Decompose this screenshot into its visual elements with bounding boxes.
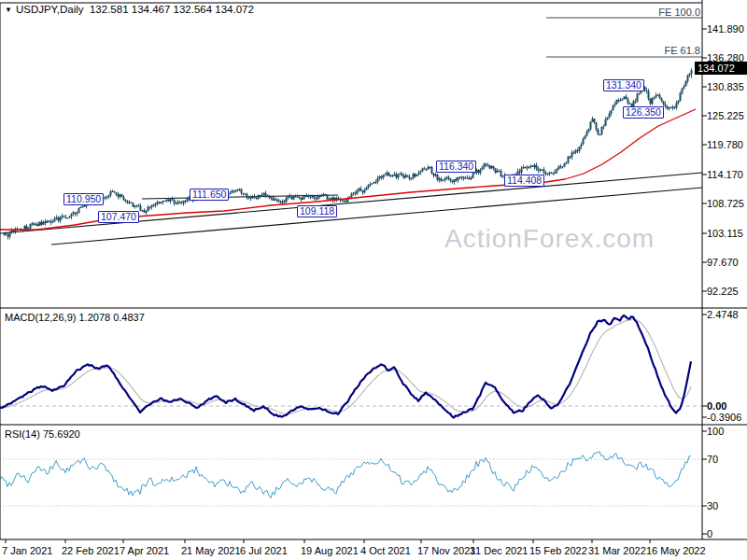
chart-canvas[interactable]	[0, 0, 747, 560]
trading-chart-window: ActionForex.com ▼USDJPY,Daily 132.581 13…	[0, 0, 747, 560]
